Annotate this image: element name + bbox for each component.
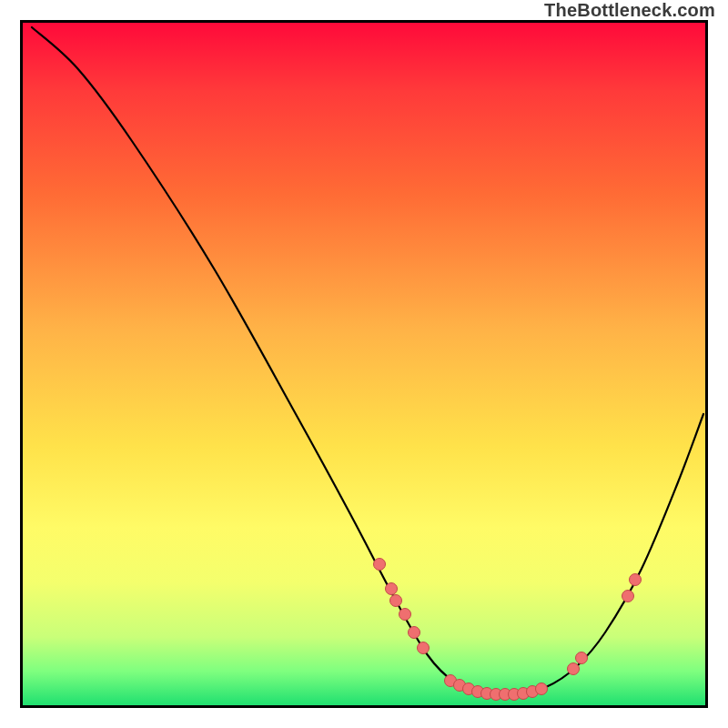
data-marker <box>568 663 580 675</box>
data-marker <box>536 683 548 695</box>
bottleneck-curve <box>32 27 703 694</box>
data-marker <box>374 559 386 571</box>
data-marker <box>409 627 420 639</box>
chart-svg <box>23 23 705 705</box>
data-marker <box>399 609 411 621</box>
chart-frame <box>20 20 708 708</box>
data-marker <box>418 642 430 654</box>
data-marker <box>622 591 634 602</box>
data-marker <box>576 652 588 664</box>
data-marker <box>630 574 642 586</box>
data-marker <box>386 583 398 595</box>
data-marker <box>390 595 402 607</box>
marker-group <box>374 559 642 701</box>
attribution-text: TheBottleneck.com <box>544 0 715 21</box>
